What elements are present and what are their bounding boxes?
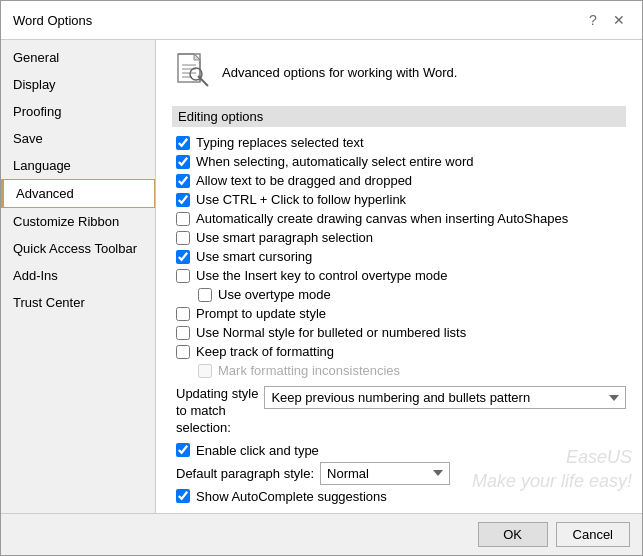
svg-marker-2	[194, 54, 200, 60]
show-autocomplete-row: Show AutoComplete suggestions	[172, 489, 626, 504]
sidebar-item-add-ins[interactable]: Add-Ins	[1, 262, 155, 289]
updating-style-label: Updating styleto matchselection:	[176, 386, 258, 437]
sidebar-item-proofing[interactable]: Proofing	[1, 98, 155, 125]
header-row: Advanced options for working with Word.	[172, 52, 626, 92]
show-autocomplete-checkbox[interactable]	[176, 489, 190, 503]
prompt-update-checkbox[interactable]	[176, 307, 190, 321]
normal-style-checkbox[interactable]	[176, 326, 190, 340]
sidebar-item-language[interactable]: Language	[1, 152, 155, 179]
document-icon	[172, 52, 212, 92]
default-paragraph-label: Default paragraph style:	[176, 466, 314, 481]
normal-style-row: Use Normal style for bulleted or numbere…	[172, 325, 626, 340]
header-text: Advanced options for working with Word.	[222, 65, 457, 80]
drawing-canvas-label[interactable]: Automatically create drawing canvas when…	[196, 211, 568, 226]
smart-paragraph-label[interactable]: Use smart paragraph selection	[196, 230, 373, 245]
help-button[interactable]: ?	[582, 9, 604, 31]
ctrl-click-row: Use CTRL + Click to follow hyperlink	[172, 192, 626, 207]
keep-track-row: Keep track of formatting	[172, 344, 626, 359]
checkboxes-container: Typing replaces selected textWhen select…	[172, 135, 626, 378]
overtype-mode-row: Use overtype mode	[172, 287, 626, 302]
default-paragraph-select[interactable]: NormalBody TextHeading 1Heading 2	[320, 462, 450, 485]
sidebar: GeneralDisplayProofingSaveLanguageAdvanc…	[1, 40, 156, 513]
insert-key-row: Use the Insert key to control overtype m…	[172, 268, 626, 283]
main-content: Advanced options for working with Word. …	[156, 40, 642, 513]
mark-inconsistencies-row: Mark formatting inconsistencies	[172, 363, 626, 378]
dialog-footer: OK Cancel	[1, 513, 642, 555]
cancel-button[interactable]: Cancel	[556, 522, 630, 547]
mark-inconsistencies-checkbox	[198, 364, 212, 378]
typing-replaces-checkbox[interactable]	[176, 136, 190, 150]
dialog-title: Word Options	[13, 13, 92, 28]
insert-key-checkbox[interactable]	[176, 269, 190, 283]
title-bar-controls: ? ✕	[582, 9, 630, 31]
sidebar-item-general[interactable]: General	[1, 44, 155, 71]
section-editing-header: Editing options	[172, 106, 626, 127]
prompt-update-row: Prompt to update style	[172, 306, 626, 321]
drawing-canvas-row: Automatically create drawing canvas when…	[172, 211, 626, 226]
ok-button[interactable]: OK	[478, 522, 548, 547]
title-bar: Word Options ? ✕	[1, 1, 642, 40]
normal-style-label[interactable]: Use Normal style for bulleted or numbere…	[196, 325, 466, 340]
keep-track-checkbox[interactable]	[176, 345, 190, 359]
sidebar-item-quick-access[interactable]: Quick Access Toolbar	[1, 235, 155, 262]
auto-select-word-label[interactable]: When selecting, automatically select ent…	[196, 154, 473, 169]
close-button[interactable]: ✕	[608, 9, 630, 31]
overtype-mode-label[interactable]: Use overtype mode	[218, 287, 331, 302]
sidebar-item-display[interactable]: Display	[1, 71, 155, 98]
dialog-body: GeneralDisplayProofingSaveLanguageAdvanc…	[1, 40, 642, 513]
smart-paragraph-checkbox[interactable]	[176, 231, 190, 245]
updating-style-select[interactable]: Keep previous numbering and bullets patt…	[264, 386, 626, 409]
sidebar-item-save[interactable]: Save	[1, 125, 155, 152]
prompt-update-label[interactable]: Prompt to update style	[196, 306, 326, 321]
word-options-dialog: Word Options ? ✕ GeneralDisplayProofingS…	[0, 0, 643, 556]
drag-drop-label[interactable]: Allow text to be dragged and dropped	[196, 173, 412, 188]
auto-select-word-checkbox[interactable]	[176, 155, 190, 169]
mark-inconsistencies-label: Mark formatting inconsistencies	[218, 363, 400, 378]
smart-cursoring-row: Use smart cursoring	[172, 249, 626, 264]
smart-paragraph-row: Use smart paragraph selection	[172, 230, 626, 245]
updating-style-row: Updating styleto matchselection: Keep pr…	[176, 386, 626, 437]
sidebar-item-trust-center[interactable]: Trust Center	[1, 289, 155, 316]
drawing-canvas-checkbox[interactable]	[176, 212, 190, 226]
drag-drop-checkbox[interactable]	[176, 174, 190, 188]
typing-replaces-label[interactable]: Typing replaces selected text	[196, 135, 364, 150]
smart-cursoring-checkbox[interactable]	[176, 250, 190, 264]
enable-click-type-label[interactable]: Enable click and type	[196, 443, 319, 458]
drag-drop-row: Allow text to be dragged and dropped	[172, 173, 626, 188]
sidebar-item-customize-ribbon[interactable]: Customize Ribbon	[1, 208, 155, 235]
enable-click-type-row: Enable click and type	[172, 443, 626, 458]
ctrl-click-label[interactable]: Use CTRL + Click to follow hyperlink	[196, 192, 406, 207]
updating-style-wrapper: Keep previous numbering and bullets patt…	[264, 386, 626, 409]
default-paragraph-row: Default paragraph style: NormalBody Text…	[176, 462, 626, 485]
typing-replaces-row: Typing replaces selected text	[172, 135, 626, 150]
sidebar-item-advanced[interactable]: Advanced	[1, 179, 155, 208]
show-autocomplete-label[interactable]: Show AutoComplete suggestions	[196, 489, 387, 504]
auto-select-word-row: When selecting, automatically select ent…	[172, 154, 626, 169]
smart-cursoring-label[interactable]: Use smart cursoring	[196, 249, 312, 264]
keep-track-label[interactable]: Keep track of formatting	[196, 344, 334, 359]
enable-click-type-checkbox[interactable]	[176, 443, 190, 457]
insert-key-label[interactable]: Use the Insert key to control overtype m…	[196, 268, 447, 283]
ctrl-click-checkbox[interactable]	[176, 193, 190, 207]
overtype-mode-checkbox[interactable]	[198, 288, 212, 302]
